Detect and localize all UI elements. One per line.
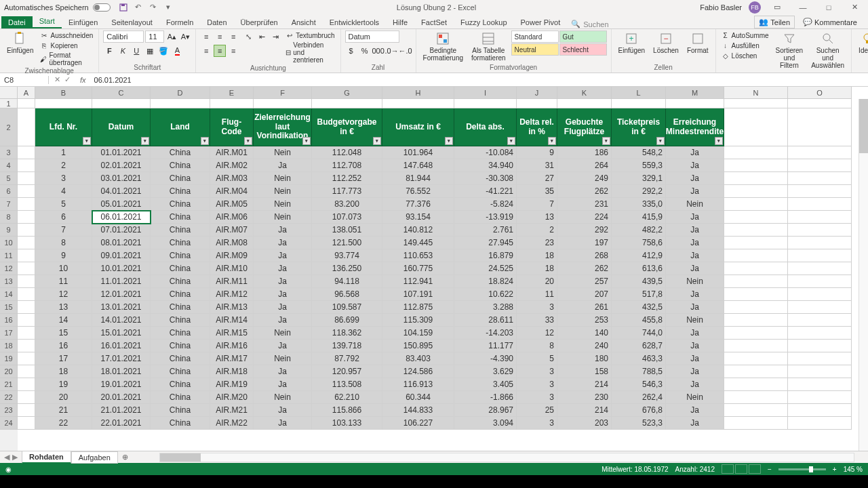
cell[interactable]: AIR.M07	[210, 224, 254, 237]
cell[interactable]: China	[151, 185, 210, 198]
cell[interactable]: 262	[557, 262, 612, 275]
cell[interactable]: 22	[35, 417, 92, 430]
cell[interactable]: 140.812	[382, 224, 454, 237]
cell[interactable]: Ja	[666, 185, 724, 198]
cell[interactable]: AIR.M16	[210, 340, 254, 352]
cell[interactable]	[788, 378, 852, 391]
cell[interactable]: 13.01.2021	[92, 301, 151, 314]
cell[interactable]: Ja	[666, 327, 724, 340]
cell[interactable]: China	[151, 275, 210, 288]
cell[interactable]: 147.648	[382, 159, 454, 172]
cell[interactable]: 3	[517, 391, 557, 404]
cell[interactable]: 27.945	[454, 237, 517, 249]
delete-cells-button[interactable]: −Löschen	[650, 30, 682, 56]
align-middle-icon[interactable]: ≡	[214, 30, 226, 43]
align-top-icon[interactable]: ≡	[200, 30, 212, 43]
filter-dropdown-icon[interactable]: ▾	[201, 137, 209, 145]
cell[interactable]: Ja	[254, 404, 312, 417]
cell[interactable]: 3.629	[454, 365, 517, 378]
cell[interactable]: 11	[517, 288, 557, 301]
cell[interactable]: AIR.M09	[210, 249, 254, 262]
cell[interactable]: China	[151, 237, 210, 249]
tab-ansicht[interactable]: Ansicht	[285, 16, 323, 28]
cell[interactable]	[724, 378, 788, 391]
cell[interactable]: 4	[35, 185, 92, 198]
cell[interactable]	[724, 391, 788, 404]
cell[interactable]	[35, 99, 92, 108]
cell[interactable]: 548,2	[612, 146, 666, 159]
cell[interactable]: 19	[35, 378, 92, 391]
cell[interactable]	[454, 99, 517, 108]
table-header[interactable]: Gebuchte Flugplätze▾	[557, 108, 612, 146]
worksheet-grid[interactable]: ABCDEFGHIJKLMNO 123456789101112131415161…	[0, 87, 868, 451]
format-as-table-button[interactable]: Als Tabelle formatieren	[469, 30, 509, 63]
cell[interactable]: Nein	[254, 198, 312, 211]
cell[interactable]: 09.01.2021	[92, 249, 151, 262]
decrease-indent-icon[interactable]: ⇤	[256, 30, 268, 43]
autosave-toggle[interactable]	[93, 3, 111, 12]
tab-entwicklertools[interactable]: Entwicklertools	[323, 16, 386, 28]
cell[interactable]: 25	[517, 404, 557, 417]
tab-daten[interactable]: Daten	[200, 16, 233, 28]
page-break-view-icon[interactable]	[749, 464, 761, 474]
close-icon[interactable]: ✕	[845, 1, 864, 14]
cell[interactable]	[788, 404, 852, 417]
cell[interactable]: Ja	[666, 146, 724, 159]
tab-fuzzy lookup[interactable]: Fuzzy Lookup	[454, 16, 513, 28]
cell[interactable]: 3	[517, 365, 557, 378]
cell[interactable]: 18.824	[454, 275, 517, 288]
cell[interactable]: China	[151, 159, 210, 172]
row-header[interactable]: 24	[0, 417, 18, 430]
cell[interactable]: 262	[557, 185, 612, 198]
cell[interactable]: 104.159	[382, 327, 454, 340]
cell[interactable]: 16	[35, 340, 92, 352]
cell[interactable]: 262,4	[612, 391, 666, 404]
cell[interactable]	[724, 404, 788, 417]
cell[interactable]: China	[151, 352, 210, 365]
cell[interactable]	[254, 99, 312, 108]
filter-dropdown-icon[interactable]: ▾	[373, 137, 381, 145]
cell[interactable]	[788, 198, 852, 211]
cell[interactable]: AIR.M14	[210, 314, 254, 327]
cell[interactable]: 3.288	[454, 301, 517, 314]
cell[interactable]: Ja	[254, 275, 312, 288]
cell[interactable]: 93.774	[312, 249, 382, 262]
cell[interactable]: China	[151, 391, 210, 404]
cell[interactable]: 1	[35, 146, 92, 159]
column-header[interactable]: K	[557, 87, 612, 99]
cell[interactable]: Ja	[666, 237, 724, 249]
cell[interactable]	[724, 314, 788, 327]
record-macro-icon[interactable]: ◉	[5, 466, 12, 473]
filter-dropdown-icon[interactable]: ▾	[244, 137, 252, 145]
cell[interactable]: 10	[35, 262, 92, 275]
cell[interactable]: Nein	[666, 198, 724, 211]
cell[interactable]: 112.708	[312, 159, 382, 172]
cell[interactable]: 18	[517, 249, 557, 262]
cell[interactable]: 676,8	[612, 404, 666, 417]
cell[interactable]	[724, 237, 788, 249]
autosum-button[interactable]: ΣAutoSumme	[720, 30, 770, 40]
cell[interactable]: 180	[557, 352, 612, 365]
cell[interactable]: AIR.M10	[210, 262, 254, 275]
tab-file[interactable]: Datei	[1, 16, 33, 28]
formula-input[interactable]: 06.01.2021	[90, 76, 868, 84]
currency-icon[interactable]: $	[345, 45, 357, 57]
cell[interactable]: Nein	[254, 327, 312, 340]
tab-hilfe[interactable]: Hilfe	[386, 16, 414, 28]
cell[interactable]	[788, 352, 852, 365]
cell[interactable]	[18, 391, 35, 404]
table-header[interactable]: Delta abs.▾	[454, 108, 517, 146]
row-header[interactable]: 1	[0, 99, 18, 108]
percent-icon[interactable]: %	[359, 45, 371, 57]
cell[interactable]	[724, 352, 788, 365]
cell[interactable]: Ja	[666, 288, 724, 301]
column-header[interactable]: E	[210, 87, 254, 99]
cell[interactable]: 7	[517, 198, 557, 211]
cell[interactable]: Ja	[666, 301, 724, 314]
share-button[interactable]: 👥Teilen	[754, 16, 795, 28]
cell[interactable]: 77.376	[382, 198, 454, 211]
cell[interactable]: 21	[35, 404, 92, 417]
row-header[interactable]: 8	[0, 211, 18, 224]
cell[interactable]: 3.094	[454, 417, 517, 430]
cell[interactable]: Ja	[254, 224, 312, 237]
